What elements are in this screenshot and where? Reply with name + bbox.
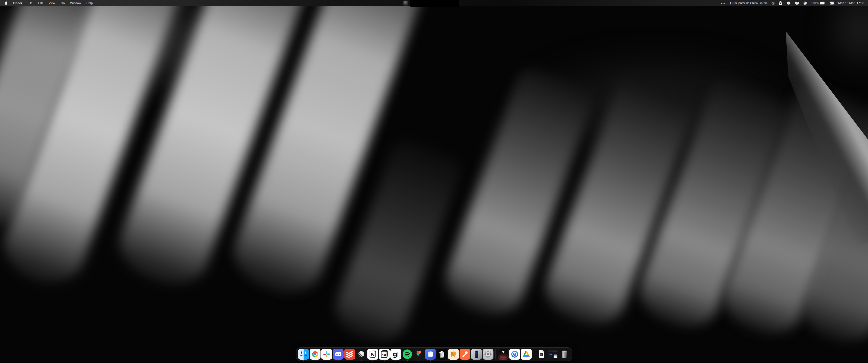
svg-text:11: 11 — [554, 356, 557, 358]
obsidian-icon — [436, 349, 447, 360]
apple-menu[interactable] — [2, 1, 10, 5]
menu-item-file[interactable]: File — [25, 0, 35, 6]
desktop-wallpaper — [0, 0, 868, 363]
flower-status-item[interactable] — [776, 1, 784, 5]
battery-percent: 100% — [811, 2, 818, 5]
finder-icon — [298, 349, 309, 360]
dock-item-iphone-mirroring[interactable] — [471, 349, 482, 360]
running-indicator — [303, 361, 304, 361]
dock-item-google-drive[interactable] — [521, 349, 532, 360]
dock-item-craft[interactable] — [425, 349, 436, 360]
dock-separator — [534, 349, 534, 359]
menu-bar-status: ••• Dar jantar do Chico · in 2m g — [719, 1, 868, 5]
1password-status-item[interactable] — [801, 1, 809, 5]
menu-item-window[interactable]: Window — [67, 0, 84, 6]
dock-item-notion-calendar[interactable]: 10 — [379, 349, 390, 360]
running-indicator — [372, 361, 373, 361]
dock: N 10 g — [296, 348, 572, 361]
reminder-status-item[interactable]: Dar jantar do Chico · in 2m — [727, 1, 770, 5]
dock-item-raycast[interactable]: raycast — [498, 349, 508, 360]
notion-calendar-icon: 10 — [379, 349, 390, 360]
craft-icon — [425, 349, 436, 360]
raycast-icon: raycast — [498, 349, 508, 360]
menu-item-finder[interactable]: Finder — [10, 0, 25, 6]
google-drive-icon — [521, 349, 532, 360]
dock-item-grammarly[interactable]: g — [391, 349, 401, 360]
running-indicator — [407, 361, 408, 361]
postman-icon — [460, 349, 470, 360]
dock-item-postman[interactable] — [460, 349, 470, 360]
control-center-icon — [830, 1, 834, 5]
apple-icon — [4, 1, 8, 5]
dock-item-obsidian[interactable] — [436, 349, 447, 360]
figma-icon — [413, 349, 424, 360]
menu-bar-clock[interactable]: Mon 10 Mar 17:58 — [836, 1, 866, 5]
clock-time: 17:58 — [857, 1, 864, 5]
linear-icon — [356, 349, 367, 360]
dock-item-todoist[interactable] — [344, 349, 355, 360]
now-playing-album-art[interactable] — [403, 1, 408, 6]
battery-status-item[interactable]: 100% — [809, 2, 828, 5]
discord-icon — [333, 349, 344, 360]
audio-visualizer-icon — [461, 2, 464, 4]
chrome-icon — [310, 349, 320, 360]
text-caret-icon — [774, 2, 774, 4]
dock-item-chrome[interactable] — [310, 349, 320, 360]
calendar-badge: 11 — [554, 355, 557, 358]
dock-item-mammoth[interactable] — [448, 349, 459, 360]
dock-separator — [495, 349, 496, 359]
document-icon — [536, 349, 547, 360]
running-indicator — [361, 361, 362, 361]
dock-item-1password[interactable] — [509, 349, 520, 360]
running-indicator — [465, 361, 465, 361]
svg-text:g: g — [393, 350, 397, 358]
pick-icon — [786, 1, 791, 5]
flower-icon — [778, 1, 782, 5]
grammarly-icon: g — [772, 1, 774, 5]
dock-item-document[interactable] — [536, 349, 547, 360]
minimized-window-thumbnail: 11 — [548, 349, 558, 360]
dock-item-linear[interactable] — [356, 349, 367, 360]
hidden-items-overflow[interactable]: ••• — [719, 1, 728, 5]
running-indicator — [338, 361, 339, 361]
svg-text:raycast: raycast — [500, 355, 506, 357]
grammarly-icon: g — [391, 349, 401, 360]
dock-item-discord[interactable] — [333, 349, 344, 360]
running-indicator — [418, 361, 419, 361]
trash-icon — [559, 349, 570, 360]
dock-item-figma[interactable] — [413, 349, 424, 360]
dock-item-system-settings[interactable] — [483, 349, 493, 360]
running-indicator — [430, 361, 431, 361]
running-indicator — [395, 361, 396, 361]
dock-item-minimized-window[interactable]: 11 — [548, 349, 558, 360]
dock-item-spotify[interactable] — [402, 349, 413, 360]
slack-icon — [321, 349, 332, 360]
1password-icon — [509, 349, 520, 360]
grammarly-status-item[interactable]: g — [770, 1, 776, 5]
dock-item-notion[interactable]: N — [367, 349, 378, 360]
menu-item-help[interactable]: Help — [84, 0, 95, 6]
dock-item-trash[interactable] — [559, 349, 570, 360]
system-settings-icon — [483, 349, 493, 360]
mammoth-icon — [448, 349, 459, 360]
1password-icon — [803, 1, 807, 5]
wallpaper-haze-corner — [825, 0, 868, 72]
iphone-mirroring-icon — [471, 349, 482, 360]
running-indicator — [384, 361, 385, 361]
pick-status-item[interactable] — [784, 1, 793, 5]
camera-notch — [410, 0, 459, 7]
menu-item-edit[interactable]: Edit — [35, 0, 46, 6]
display-status-item[interactable] — [793, 1, 801, 5]
running-indicator — [315, 361, 315, 361]
dock-item-finder[interactable] — [298, 349, 309, 360]
menu-bar-left: Finder File Edit View Go Window Help — [0, 0, 95, 6]
menu-item-view[interactable]: View — [46, 0, 58, 6]
notion-icon: N — [367, 349, 378, 360]
dock-item-slack[interactable] — [321, 349, 332, 360]
svg-text:10: 10 — [382, 354, 386, 357]
menu-item-go[interactable]: Go — [58, 0, 67, 6]
svg-text:N: N — [370, 352, 375, 357]
control-center-status-item[interactable] — [828, 1, 836, 5]
clock-date: Mon 10 Mar — [838, 1, 855, 5]
display-icon — [795, 1, 799, 5]
